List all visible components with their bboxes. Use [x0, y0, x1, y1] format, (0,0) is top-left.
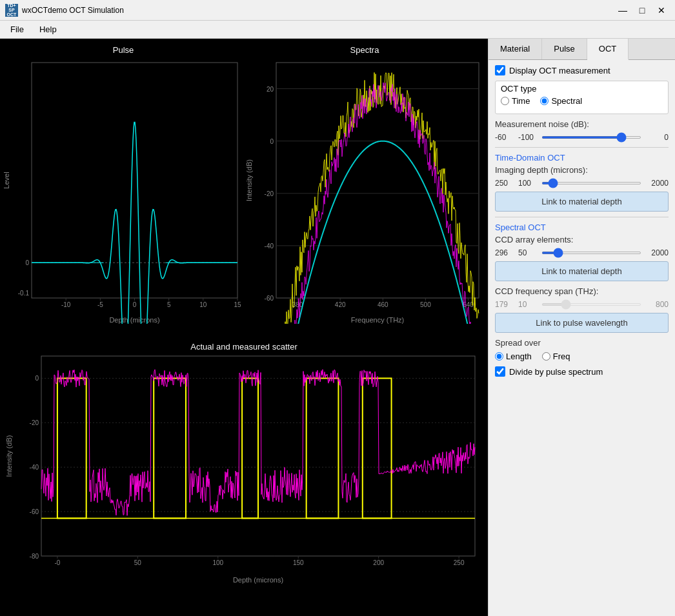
imaging-depth-label-row: Imaging depth (microns): [495, 165, 669, 175]
ccd-freq-label: CCD frequency span (THz): [495, 286, 598, 296]
app-icon: TD+SPOCT [5, 4, 18, 17]
link-material-depth-2-button[interactable]: Link to material depth [495, 261, 669, 281]
spectra-chart: Spectra [244, 41, 485, 338]
right-panel: Material Pulse OCT Display OCT measureme… [488, 39, 675, 616]
tabs: Material Pulse OCT [489, 39, 675, 60]
ccd-elements-label-row: CCD array elements: [495, 235, 669, 244]
noise-max: 0 [645, 133, 669, 142]
radio-time-option[interactable]: Time [501, 96, 530, 106]
spread-freq-label: Freq [553, 352, 570, 361]
ccd-slider[interactable] [541, 252, 641, 254]
divide-by-pulse-row: Divide by pulse spectrum [495, 366, 669, 377]
scatter-title: Actual and measured scatter [3, 338, 485, 353]
top-charts: Pulse Spectra [3, 41, 485, 338]
noise-slider[interactable] [541, 136, 641, 139]
imaging-depth-label: Imaging depth (microns): [495, 165, 588, 175]
oct-panel: Display OCT measurement OCT type Time Sp… [489, 60, 675, 387]
radio-spectral-input[interactable] [540, 97, 549, 105]
app-title: wxOCTdemo OCT Simulation [22, 6, 614, 15]
divider-1 [495, 147, 669, 148]
ccd-slider-row: 296 50 2000 [495, 248, 669, 257]
display-oct-row: Display OCT measurement [495, 65, 669, 75]
imaging-depth-slider-row: 250 100 2000 [495, 179, 669, 188]
link-material-depth-1-button[interactable]: Link to material depth [495, 192, 669, 212]
ccd-freq-slider-row: 179 10 800 [495, 300, 669, 309]
imaging-depth-slider[interactable] [541, 182, 641, 184]
radio-time-input[interactable] [501, 97, 509, 105]
imaging-depth-val: 100 [518, 179, 538, 188]
spread-over-label: Spread over [495, 338, 541, 348]
ccd-min: 296 [495, 248, 514, 257]
ccd-elements-label: CCD array elements: [495, 235, 573, 244]
noise-slider-val: -100 [518, 133, 538, 142]
oct-type-label: OCT type [501, 84, 663, 94]
display-oct-label[interactable]: Display OCT measurement [509, 66, 610, 75]
oct-type-radios: Time Spectral [501, 96, 663, 106]
menu-help[interactable]: Help [32, 22, 65, 37]
imaging-depth-min: 250 [495, 179, 514, 188]
noise-min: -60 [495, 133, 514, 142]
minimize-button[interactable]: — [614, 2, 631, 19]
scatter-chart: Actual and measured scatter [3, 338, 485, 613]
pulse-title: Pulse [3, 41, 244, 56]
noise-label: Measurement noise (dB): [495, 119, 589, 129]
spread-freq-input[interactable] [542, 352, 550, 361]
ccd-freq-val: 10 [518, 300, 538, 309]
ccd-freq-min: 179 [495, 300, 514, 309]
charts-area: Pulse Spectra Actual and measured scatte… [0, 39, 488, 616]
window-controls: — □ ✕ [614, 2, 670, 19]
link-pulse-wavelength-button[interactable]: Link to pulse wavelength [495, 313, 669, 333]
maximize-button[interactable]: □ [634, 2, 650, 19]
divide-by-pulse-checkbox[interactable] [495, 366, 505, 377]
menu-bar: File Help [0, 21, 675, 39]
oct-type-box: OCT type Time Spectral [495, 81, 669, 114]
spread-radio-group: Length Freq [495, 352, 669, 361]
tab-oct[interactable]: OCT [587, 39, 629, 60]
radio-time-label: Time [512, 96, 530, 106]
noise-slider-row: -60 -100 0 [495, 133, 669, 142]
close-button[interactable]: ✕ [653, 2, 670, 19]
pulse-chart: Pulse [3, 41, 244, 338]
title-bar: TD+SPOCT wxOCTdemo OCT Simulation — □ ✕ [0, 0, 675, 21]
radio-spectral-option[interactable]: Spectral [540, 96, 582, 106]
spread-length-label: Length [506, 352, 532, 361]
spread-length-input[interactable] [495, 352, 503, 361]
ccd-val: 50 [518, 248, 538, 257]
ccd-max: 2000 [645, 248, 669, 257]
radio-spectral-label: Spectral [551, 96, 582, 106]
tab-pulse[interactable]: Pulse [542, 39, 587, 59]
tab-material[interactable]: Material [489, 39, 542, 59]
ccd-freq-label-row: CCD frequency span (THz): [495, 286, 669, 296]
spread-length-option[interactable]: Length [495, 352, 532, 361]
ccd-freq-max: 800 [645, 300, 669, 309]
menu-file[interactable]: File [3, 22, 32, 37]
spread-freq-option[interactable]: Freq [542, 352, 570, 361]
main-area: Pulse Spectra Actual and measured scatte… [0, 39, 675, 616]
spectral-oct-title: Spectral OCT [495, 223, 669, 232]
spread-over-label-row: Spread over [495, 338, 669, 348]
spectra-title: Spectra [244, 41, 485, 56]
imaging-depth-max: 2000 [645, 179, 669, 188]
ccd-freq-slider[interactable] [541, 303, 641, 306]
noise-label-row: Measurement noise (dB): [495, 119, 669, 129]
display-oct-checkbox[interactable] [495, 65, 505, 75]
divider-2 [495, 217, 669, 217]
time-domain-title: Time-Domain OCT [495, 153, 669, 163]
divide-by-pulse-label[interactable]: Divide by pulse spectrum [509, 367, 603, 377]
